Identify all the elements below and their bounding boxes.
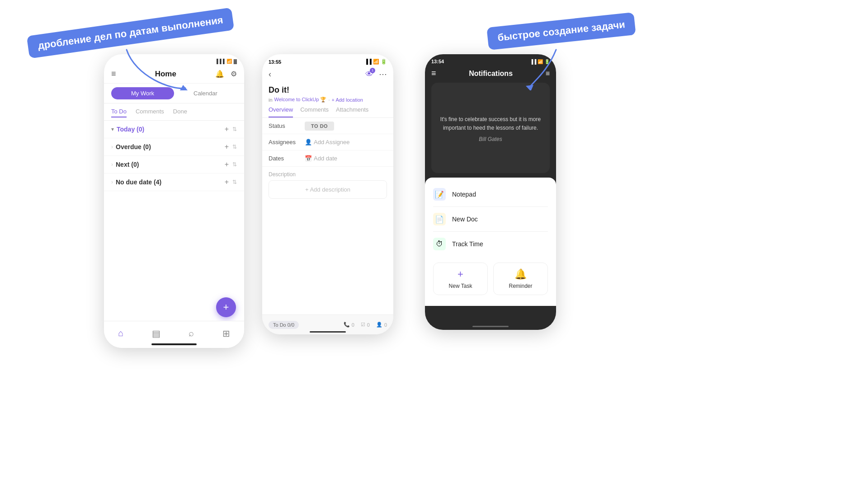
workspace-name[interactable]: Welcome to ClickUp 🏆 [274, 97, 327, 103]
settings-icon[interactable]: ⚙ [231, 70, 237, 78]
more-icon[interactable]: ⋯ [379, 69, 387, 79]
add-assignee-btn[interactable]: 👤 Add Assignee [305, 139, 387, 145]
phone3-status-icons: ▐▐ 📶 🔋 [530, 59, 550, 64]
reminder-icon: 🔔 [514, 268, 527, 280]
status-label: Status [269, 122, 305, 129]
comments-subtab[interactable]: Comments [136, 108, 164, 117]
menu-item-label: Track Time [452, 240, 483, 248]
nodue-section[interactable]: › No due date (4) + ⇅ [104, 174, 244, 191]
fab-button[interactable]: + [216, 297, 236, 317]
task-workspace: in Welcome to ClickUp 🏆 · + Add location [262, 96, 393, 106]
task-title: Do it! [262, 83, 393, 96]
annotation-label-2: быстрое создание задачи [486, 12, 636, 50]
phone3-menu-icon[interactable]: ≡ [431, 69, 436, 78]
today-section[interactable]: ▾ Today (0) + ⇅ [104, 121, 244, 138]
todo-badge[interactable]: To Do 0/0 [269, 321, 299, 329]
person-stat: 👤 0 [376, 322, 387, 328]
add-location-btn[interactable]: + Add location [332, 97, 363, 103]
mywork-tab[interactable]: My Work [111, 87, 174, 99]
menu-item-label: Notepad [452, 191, 476, 198]
overdue-actions: + ⇅ [225, 143, 237, 151]
phone2-top-actions: 👁 1 ⋯ [365, 69, 387, 79]
next-expand-icon[interactable]: ⇅ [232, 161, 237, 168]
add-description-btn[interactable]: + Add description [269, 180, 387, 199]
checklist-stat: ☑ 0 [361, 322, 370, 328]
home-nav-icon[interactable]: ⌂ [118, 328, 123, 338]
phone-stat: 📞 0 [344, 322, 354, 328]
overview-tab[interactable]: Overview [269, 106, 293, 117]
dot-separator: · [328, 97, 330, 103]
next-label: Next (0) [116, 161, 225, 168]
search-nav-icon[interactable]: ⌕ [189, 328, 194, 338]
phone2-status-icons: ▐▐ 📶 🔋 [364, 59, 387, 65]
attachments-tab[interactable]: Attachments [336, 106, 368, 117]
phone1-status-bar: ▐▐▐ 📶 ▓ [104, 54, 244, 66]
phone1-home-indicator [151, 343, 197, 345]
overdue-expand-icon[interactable]: ⇅ [232, 144, 237, 150]
phone3-status-bar: 13:54 ▐▐ 📶 🔋 [425, 54, 556, 66]
status-field-row: Status TO DO [262, 118, 393, 134]
phone3-quote-area: It's fine to celebrate success but it is… [431, 83, 550, 173]
menu-item-track-time[interactable]: ⏱ Track Time [425, 232, 556, 256]
menu-item-new-doc[interactable]: 📄 New Doc [425, 207, 556, 231]
calendar-icon: 📅 [305, 155, 312, 162]
status-value: TO DO [305, 122, 387, 129]
menu-item-icon: ⏱ [433, 238, 446, 250]
overdue-arrow-icon: › [111, 144, 113, 150]
inbox-nav-icon[interactable]: ▤ [152, 328, 160, 339]
nodue-actions: + ⇅ [225, 178, 237, 186]
bell-icon[interactable]: 🔔 [215, 70, 224, 78]
back-icon[interactable]: ‹ [269, 70, 271, 79]
phone-1: ▐▐▐ 📶 ▓ ≡ Home 🔔 ⚙ My Work Calendar To D… [104, 54, 244, 348]
phone1-tab-row: My Work Calendar [104, 84, 244, 103]
menu-item-icon: 📄 [433, 213, 446, 225]
phone2-time: 13:55 [269, 59, 281, 65]
phone2-topbar: ‹ 👁 1 ⋯ [262, 66, 393, 83]
next-section[interactable]: › Next (0) + ⇅ [104, 156, 244, 174]
checklist-stat-value: 0 [367, 322, 370, 328]
apps-nav-icon[interactable]: ⊞ [222, 328, 230, 339]
today-arrow-icon: ▾ [111, 126, 114, 132]
quote-author: Bill Gates [439, 136, 542, 142]
reminder-btn[interactable]: 🔔 Reminder [493, 263, 548, 295]
home-title: Home [155, 70, 176, 79]
assignees-field-row: Assignees 👤 Add Assignee [262, 134, 393, 150]
phone1-battery-icon: ▓ [234, 59, 237, 64]
phone-stat-icon: 📞 [344, 322, 350, 328]
done-subtab[interactable]: Done [173, 108, 187, 117]
phone3-header: ≡ Notifications ≡ [425, 66, 556, 83]
nodue-add-icon[interactable]: + [225, 178, 229, 186]
today-label: Today (0) [117, 126, 225, 133]
phone2-stats: 📞 0 ☑ 0 👤 0 [344, 322, 387, 328]
phone2-tabs: Overview Comments Attachments [262, 106, 393, 118]
todo-subtab[interactable]: To Do [111, 108, 127, 117]
watch-icon[interactable]: 👁 1 [365, 70, 373, 79]
overdue-section[interactable]: › Overdue (0) + ⇅ [104, 138, 244, 156]
checklist-stat-icon: ☑ [361, 322, 365, 328]
nodue-expand-icon[interactable]: ⇅ [232, 179, 237, 185]
phone1-signal-icon: ▐▐▐ [215, 59, 224, 64]
status-badge[interactable]: TO DO [305, 122, 334, 131]
dates-field-row: Dates 📅 Add date [262, 150, 393, 167]
description-section: Description + Add description [262, 167, 393, 202]
calendar-tab[interactable]: Calendar [174, 87, 237, 99]
overdue-label: Overdue (0) [116, 143, 225, 150]
today-actions: + ⇅ [225, 125, 237, 133]
phone-3: 13:54 ▐▐ 📶 🔋 ≡ Notifications ≡ It's fine… [425, 54, 556, 330]
assignees-value: 👤 Add Assignee [305, 139, 387, 145]
today-add-icon[interactable]: + [225, 125, 229, 133]
menu-item-notepad[interactable]: 📝 Notepad [425, 182, 556, 206]
menu-icon[interactable]: ≡ [111, 69, 116, 79]
new-task-btn[interactable]: + New Task [433, 263, 488, 295]
comments-tab[interactable]: Comments [300, 106, 329, 117]
overdue-add-icon[interactable]: + [225, 143, 229, 151]
quote-text: It's fine to celebrate success but it is… [439, 115, 542, 132]
add-date-btn[interactable]: 📅 Add date [305, 155, 387, 162]
phone3-filter-icon[interactable]: ≡ [546, 70, 550, 78]
nodue-label: No due date (4) [116, 178, 225, 186]
new-task-icon: + [458, 268, 463, 280]
person-stat-value: 0 [384, 322, 387, 328]
workspace-prefix: in [269, 97, 273, 103]
today-expand-icon[interactable]: ⇅ [232, 126, 237, 132]
next-add-icon[interactable]: + [225, 160, 229, 169]
